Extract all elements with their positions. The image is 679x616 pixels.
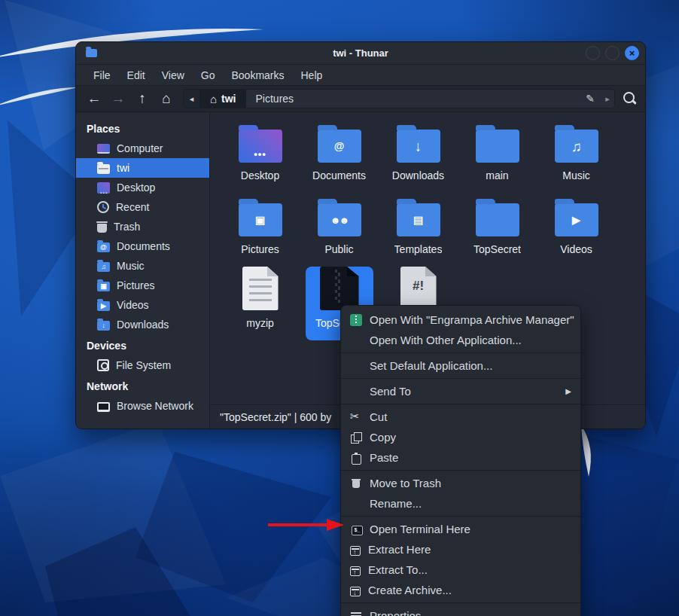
menubar-item-help[interactable]: Help — [294, 67, 330, 84]
file-cell: ▶Videos — [537, 193, 616, 267]
context-menu-item-cut[interactable]: Cut — [341, 407, 580, 427]
file-label: myzip — [246, 317, 274, 329]
filesystem-drive-icon — [97, 359, 109, 371]
create-archive-icon — [350, 587, 361, 596]
menubar-item-edit[interactable]: Edit — [120, 67, 152, 84]
file-pictures[interactable]: ▣Pictures — [227, 193, 294, 267]
sidebar-item-label: Desktop — [117, 181, 155, 194]
folder-icon — [476, 124, 519, 163]
file-main[interactable]: main — [464, 119, 531, 193]
context-menu-item-rename[interactable]: Rename... — [341, 493, 580, 514]
folder-icon: ☻☻ — [318, 197, 361, 236]
submenu-arrow-icon: ▶ — [565, 387, 571, 395]
menubar-item-file[interactable]: File — [87, 67, 117, 84]
edit-path-pencil-icon[interactable]: ✎ — [580, 93, 601, 105]
context-menu-item-send-to[interactable]: Send To▶ — [341, 381, 580, 401]
sidebar-item-label: Videos — [117, 299, 149, 311]
path-bar[interactable]: ◂ ⌂ twi Pictures ✎ ▸ — [183, 89, 615, 108]
file-cell: ↓Downloads — [379, 119, 458, 193]
search-icon[interactable] — [620, 89, 639, 108]
menubar-item-bookmarks[interactable]: Bookmarks — [224, 67, 291, 84]
context-menu-item-open-with-other-application[interactable]: Open With Other Application... — [341, 330, 580, 350]
context-menu-item-move-to-trash[interactable]: Move to Trash — [341, 473, 580, 493]
context-menu-item-properties[interactable]: Properties... — [341, 605, 580, 616]
file-topsecret[interactable]: TopSecret — [464, 193, 531, 267]
file-templates[interactable]: ▤Templates — [385, 193, 452, 267]
context-menu-item-set-default-application[interactable]: Set Default Application... — [341, 355, 580, 376]
menu-item-label: Copy — [370, 431, 571, 444]
folder-icon: @ — [318, 124, 361, 163]
context-menu-item-copy[interactable]: Copy — [341, 427, 580, 447]
file-label: TopSecret — [473, 243, 521, 255]
path-scroll-left-icon[interactable]: ◂ — [184, 90, 200, 108]
forward-button[interactable]: → — [106, 90, 130, 107]
file-cell: @Documents — [300, 119, 379, 193]
file-cell: myzip — [221, 267, 300, 340]
folder-gradient-icon: ••• — [239, 130, 282, 163]
sidebar-item-twi[interactable]: twi — [76, 158, 209, 178]
file-public[interactable]: ☻☻Public — [306, 193, 373, 267]
path-empty-area[interactable] — [303, 90, 580, 108]
home-button[interactable]: ⌂ — [154, 90, 178, 107]
template-doc-glyph: ▤ — [413, 215, 423, 225]
sidebar-item-computer[interactable]: Computer — [76, 139, 209, 158]
breadcrumb-label: twi — [221, 93, 236, 105]
path-scroll-right-icon[interactable]: ▸ — [601, 94, 614, 104]
context-menu-item-open-terminal-here[interactable]: Open Terminal Here — [341, 519, 580, 539]
file-videos[interactable]: ▶Videos — [543, 193, 610, 267]
close-button[interactable]: × — [625, 46, 639, 60]
file-cell: ▤Templates — [379, 193, 458, 267]
sidebar-item-file-system[interactable]: File System — [76, 355, 209, 375]
sidebar-item-pictures[interactable]: ▣Pictures — [76, 276, 209, 295]
sidebar-item-trash[interactable]: Trash — [76, 217, 209, 236]
menubar-item-view[interactable]: View — [155, 67, 191, 84]
folder-videos-icon: ▶ — [97, 301, 110, 311]
sidebar-item-videos[interactable]: ▶Videos — [76, 295, 209, 315]
sidebar-header-devices: Devices — [76, 334, 209, 355]
context-menu-item-open-with-engrampa-archive-manager[interactable]: Open With "Engrampa Archive Manager" — [341, 310, 580, 330]
folder-music-icon: ♫ — [97, 262, 110, 272]
file-cell: ☻☻Public — [300, 193, 379, 267]
file-label: Downloads — [392, 169, 444, 181]
menu-separator — [341, 352, 580, 353]
sidebar-item-label: Documents — [117, 240, 170, 252]
properties-icon — [350, 610, 362, 616]
context-menu-item-extract-here[interactable]: Extract Here — [341, 539, 580, 560]
breadcrumb-twi[interactable]: ⌂ twi — [200, 90, 246, 108]
sidebar-item-desktop[interactable]: Desktop — [76, 178, 209, 197]
file-myzip[interactable]: myzip — [227, 267, 294, 340]
menu-item-label: Open With Other Application... — [370, 334, 571, 346]
file-label: Documents — [312, 169, 366, 181]
wallpaper-facet — [0, 422, 226, 602]
context-menu-item-extract-to[interactable]: Extract To... — [341, 560, 580, 580]
menu-separator — [341, 602, 580, 603]
maximize-button[interactable] — [605, 46, 620, 60]
sidebar-item-recent[interactable]: Recent — [76, 197, 209, 217]
text-document-icon — [242, 271, 279, 310]
folder-documents-icon: @ — [97, 242, 110, 252]
breadcrumb-pictures[interactable]: Pictures — [246, 90, 304, 108]
back-button[interactable]: ← — [82, 90, 106, 107]
titlebar[interactable]: twi - Thunar × — [76, 42, 645, 65]
menu-item-label: Extract To... — [368, 563, 571, 576]
sidebar-item-music[interactable]: ♫Music — [76, 256, 209, 276]
folder-downloads-icon: ↓ — [97, 321, 110, 331]
sidebar-item-downloads[interactable]: ↓Downloads — [76, 315, 209, 334]
paste-icon — [350, 452, 362, 464]
sidebar-item-documents[interactable]: @Documents — [76, 236, 209, 256]
file-label: Pictures — [241, 243, 279, 255]
file-downloads[interactable]: ↓Downloads — [385, 119, 452, 193]
up-button[interactable]: ↑ — [130, 90, 154, 107]
sidebar-item-browse-network[interactable]: Browse Network — [76, 396, 209, 416]
context-menu-item-create-archive[interactable]: Create Archive... — [341, 580, 580, 600]
minimize-button[interactable] — [586, 46, 600, 60]
status-text: "TopSecret.zip" | 600 by — [220, 411, 331, 423]
file-documents[interactable]: @Documents — [306, 119, 373, 193]
menu-separator — [341, 378, 580, 379]
context-menu-item-paste[interactable]: Paste — [341, 447, 580, 468]
people-glyph: ☻☻ — [330, 215, 348, 225]
extract-icon — [350, 546, 361, 556]
menubar-item-go[interactable]: Go — [194, 67, 222, 84]
file-desktop[interactable]: •••Desktop — [227, 119, 294, 193]
file-music[interactable]: ♫Music — [543, 119, 610, 193]
